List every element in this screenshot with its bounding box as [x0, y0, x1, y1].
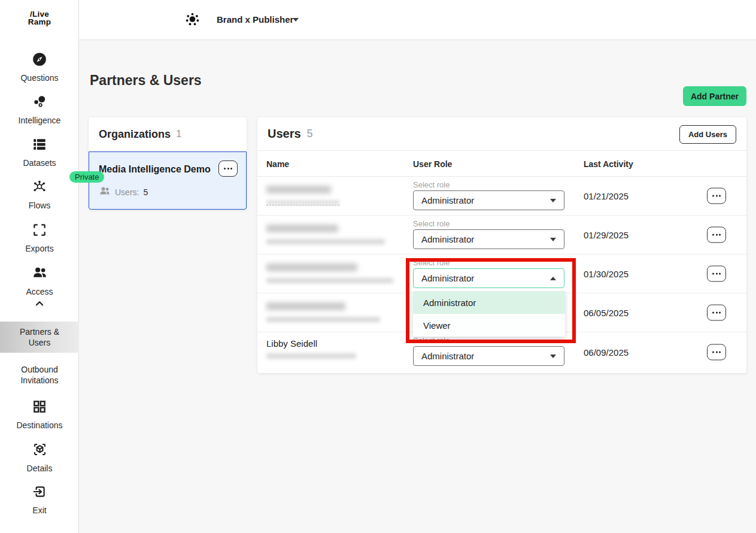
cube-brackets-icon: [32, 441, 48, 460]
collapse-section-control[interactable]: [0, 297, 79, 313]
partnership-hub-icon: [184, 11, 201, 30]
user-name-cell: Libby Seidell: [266, 332, 407, 359]
organization-more-button[interactable]: [218, 160, 238, 177]
row-more-button[interactable]: [707, 227, 726, 243]
ellipsis-icon: [712, 351, 721, 353]
role-option-administrator[interactable]: Administrator: [413, 291, 565, 314]
users-table-header: Name User Role Last Activity: [257, 151, 746, 177]
caret-up-icon: [550, 277, 556, 280]
column-header-name: Name: [266, 159, 289, 169]
users-count: 5: [307, 128, 313, 140]
topbar: Brand x Publisher: [79, 0, 756, 40]
redacted-email: [266, 278, 393, 283]
redacted-name: [266, 264, 357, 271]
ellipsis-icon: [224, 168, 232, 169]
sidebar-item-access[interactable]: Access: [0, 265, 79, 297]
role-option-viewer[interactable]: Viewer: [413, 314, 565, 337]
role-select[interactable]: Administrator: [413, 190, 564, 210]
ellipsis-icon: [712, 312, 721, 314]
role-select-value: Administrator: [421, 351, 474, 361]
sidebar: /Live Ramp Questions Intelligence Datase…: [0, 0, 79, 533]
sidebar-item-destinations[interactable]: Destinations: [0, 399, 79, 431]
organizations-panel: Organizations 1 Media Intelligence Demo …: [89, 117, 247, 210]
organization-users-label: Users:: [115, 187, 139, 197]
role-field-label: Select role: [413, 180, 564, 189]
sidebar-item-datasets[interactable]: Datasets: [0, 137, 79, 168]
users-title: Users: [268, 127, 301, 141]
sidebar-label-flows: Flows: [29, 200, 51, 211]
user-role-cell: Select role Administrator: [413, 258, 564, 288]
sidebar-label-exports: Exports: [25, 243, 53, 254]
column-header-role: User Role: [413, 159, 452, 169]
sidebar-label-datasets: Datasets: [23, 158, 56, 168]
role-field-label: Select role: [413, 219, 564, 228]
user-role-cell: Select role Administrator: [413, 180, 564, 210]
sidebar-label-questions: Questions: [20, 72, 58, 83]
sidebar-item-partners-users[interactable]: Partners & Users: [0, 322, 79, 353]
organization-card[interactable]: Media Intelligence Demo Users: 5: [89, 152, 247, 210]
caret-down-icon: [550, 355, 556, 358]
page-title: Partners & Users: [90, 72, 202, 89]
app-root: /Live Ramp Questions Intelligence Datase…: [0, 0, 756, 533]
sidebar-item-intelligence[interactable]: Intelligence: [0, 94, 79, 126]
add-users-button[interactable]: Add Users: [679, 125, 736, 144]
user-name-cell: [266, 293, 407, 322]
last-activity-value: 01/21/2025: [584, 191, 629, 201]
ellipsis-icon: [712, 273, 721, 275]
ellipsis-icon: [712, 234, 721, 236]
column-header-last-activity: Last Activity: [584, 159, 633, 169]
role-field-label: Select role: [413, 258, 564, 267]
last-activity-value: 06/09/2025: [584, 347, 629, 357]
table-row: Select role Administrator 01/21/2025: [257, 177, 746, 216]
caret-down-icon: [550, 238, 556, 241]
redacted-name: [266, 186, 331, 193]
redacted-name: [266, 302, 345, 310]
chevron-down-icon[interactable]: [293, 18, 299, 22]
row-more-button[interactable]: [707, 344, 726, 360]
sidebar-label-exit: Exit: [32, 505, 46, 516]
organizations-header: Organizations 1: [89, 117, 247, 152]
sidebar-item-outbound-invitations[interactable]: Outbound Invitations: [0, 359, 79, 390]
sidebar-item-flows[interactable]: Private Flows: [0, 179, 79, 211]
role-select[interactable]: Administrator: [413, 346, 564, 366]
sidebar-label-intelligence: Intelligence: [19, 115, 61, 126]
redacted-email: [266, 239, 385, 244]
user-name-cell: [266, 177, 407, 205]
chevron-up-icon: [33, 297, 46, 313]
exit-icon: [32, 484, 47, 502]
sidebar-item-questions[interactable]: Questions: [0, 52, 79, 83]
outbound-line2: Invitations: [4, 375, 75, 386]
compass-icon: [32, 52, 47, 69]
row-more-button[interactable]: [707, 266, 726, 282]
role-select[interactable]: Administrator: [413, 229, 564, 249]
last-activity-value: 06/05/2025: [584, 308, 629, 318]
table-row: Select role Administrator 01/29/2025: [257, 216, 746, 255]
outbound-line1: Outbound: [4, 364, 75, 375]
private-badge: Private: [69, 171, 104, 183]
bubbles-icon: [32, 94, 47, 112]
add-partner-button[interactable]: Add Partner: [683, 86, 746, 106]
network-icon: Private: [32, 179, 47, 197]
role-select-value: Administrator: [421, 273, 474, 283]
last-activity-value: 01/29/2025: [584, 230, 629, 240]
organization-users-count: 5: [143, 187, 148, 197]
sidebar-item-exit[interactable]: Exit: [0, 484, 79, 516]
stacked-bars-icon: [32, 137, 47, 155]
user-role-cell: Select role Administrator: [413, 219, 564, 249]
redacted-email: [266, 353, 356, 359]
ellipsis-icon: [712, 195, 721, 197]
row-more-button[interactable]: [707, 305, 726, 321]
sidebar-item-details[interactable]: Details: [0, 441, 79, 474]
user-name-cell: [266, 255, 407, 283]
partners-users-line2: Users: [4, 337, 75, 348]
role-select-open[interactable]: Administrator: [413, 268, 564, 288]
redacted-email: [266, 317, 380, 322]
row-more-button[interactable]: [707, 188, 726, 204]
user-name: Libby Seidell: [266, 338, 407, 349]
organizations-title: Organizations: [99, 128, 171, 141]
table-row: Libby Seidell Select role Administrator …: [257, 332, 746, 371]
context-switcher-title[interactable]: Brand x Publisher: [217, 14, 293, 25]
sidebar-item-exports[interactable]: Exports: [0, 222, 79, 254]
role-select-value: Administrator: [421, 195, 474, 205]
sidebar-label-access: Access: [26, 286, 53, 297]
